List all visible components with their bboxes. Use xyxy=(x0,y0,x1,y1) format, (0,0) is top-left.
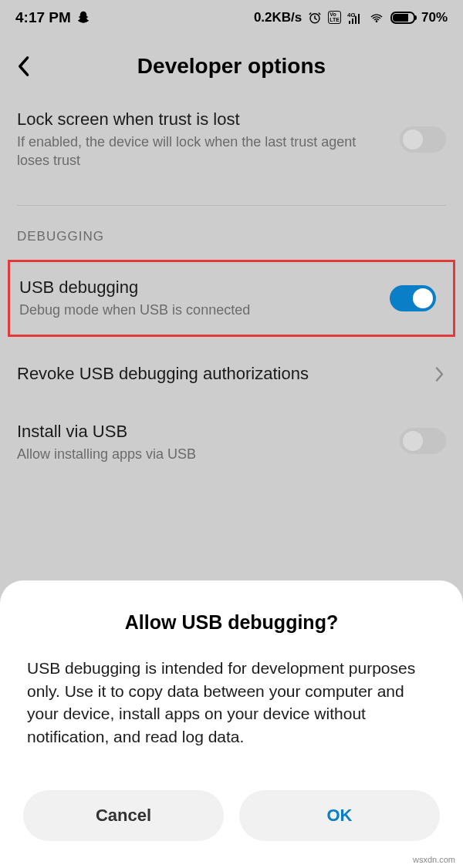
setting-title: Lock screen when trust is lost xyxy=(17,109,386,130)
cancel-button[interactable]: Cancel xyxy=(23,790,224,841)
status-right: 0.2KB/s VoLTE 4G 70% xyxy=(254,10,448,25)
setting-title: USB debugging xyxy=(19,278,367,298)
setting-title: Revoke USB debugging authorizations xyxy=(17,364,417,384)
svg-rect-2 xyxy=(349,21,350,24)
svg-rect-4 xyxy=(355,16,357,24)
page-header: Developer options xyxy=(0,35,463,98)
signal-icon: 4G xyxy=(347,12,363,24)
setting-subtitle: Allow installing apps via USB xyxy=(17,445,386,463)
setting-install-usb[interactable]: Install via USB Allow installing apps vi… xyxy=(0,406,463,475)
highlight-usb-debugging: USB debugging Debug mode when USB is con… xyxy=(8,260,455,337)
chevron-right-icon xyxy=(435,363,444,387)
page-title: Developer options xyxy=(39,54,424,79)
svg-rect-3 xyxy=(352,19,353,24)
dialog-title: Allow USB debugging? xyxy=(23,611,440,634)
section-header-debugging: DEBUGGING xyxy=(0,221,463,252)
svg-text:4G: 4G xyxy=(347,12,356,19)
setting-title: Install via USB xyxy=(17,422,386,442)
setting-usb-debugging[interactable]: USB debugging Debug mode when USB is con… xyxy=(19,278,444,319)
dialog-body: USB debugging is intended for developmen… xyxy=(27,657,436,748)
setting-subtitle: If enabled, the device will lock when th… xyxy=(17,133,386,170)
status-left: 4:17 PM xyxy=(15,9,91,26)
volte-icon: VoLTE xyxy=(328,11,341,24)
data-rate: 0.2KB/s xyxy=(254,10,302,25)
dialog-buttons: Cancel OK xyxy=(23,790,440,841)
battery-percent: 70% xyxy=(421,10,448,25)
dialog-usb-debugging: Allow USB debugging? USB debugging is in… xyxy=(0,580,463,868)
ok-button[interactable]: OK xyxy=(239,790,440,841)
status-bar: 4:17 PM 0.2KB/s VoLTE 4G 70% xyxy=(0,0,463,35)
back-button[interactable] xyxy=(15,55,39,78)
alarm-icon xyxy=(308,11,322,25)
battery-icon xyxy=(390,12,415,24)
status-time: 4:17 PM xyxy=(15,9,71,26)
wifi-icon xyxy=(369,12,384,24)
svg-rect-5 xyxy=(358,14,360,24)
toggle-usb-debugging[interactable] xyxy=(390,285,436,311)
toggle-lock-trust[interactable] xyxy=(400,126,446,153)
watermark: wsxdn.com xyxy=(413,855,455,864)
setting-lock-trust[interactable]: Lock screen when trust is lost If enable… xyxy=(0,98,463,182)
setting-subtitle: Debug mode when USB is connected xyxy=(19,301,367,319)
toggle-install-usb[interactable] xyxy=(400,428,446,454)
setting-revoke-auth[interactable]: Revoke USB debugging authorizations xyxy=(0,345,463,406)
divider xyxy=(17,205,446,206)
snapchat-icon xyxy=(76,10,91,25)
